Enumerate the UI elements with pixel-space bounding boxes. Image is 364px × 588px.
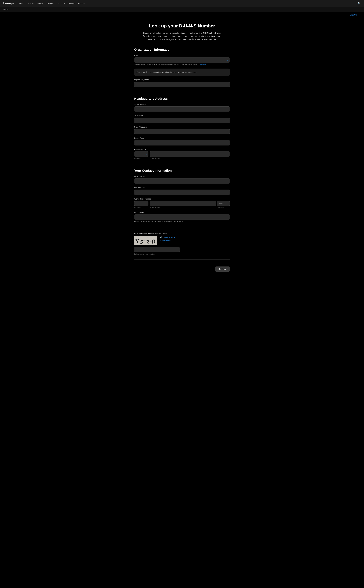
work-phone-intl-select[interactable]	[134, 201, 149, 206]
switch-to-audio-link[interactable]: 🔊 Switch to audio	[160, 236, 175, 238]
nav-news[interactable]: News	[19, 2, 23, 4]
phone-row: ⌄	[134, 151, 230, 157]
work-phone-label: Work Phone Number	[134, 198, 230, 200]
enroll-label: Enroll	[3, 8, 9, 11]
nav-develop[interactable]: Develop	[47, 2, 53, 4]
captcha-label: Enter the characters in the image below.	[134, 232, 230, 234]
state-select[interactable]	[134, 129, 230, 134]
region-select-wrapper: ⌄	[134, 57, 230, 63]
signout-link[interactable]: Sign Out	[350, 14, 357, 16]
work-phone-field-group: Work Phone Number ⌄ Intl. Code Phone Num…	[134, 198, 230, 208]
street-input[interactable]	[134, 106, 230, 112]
postal-field-group: Postal Code	[134, 137, 230, 145]
nav-account[interactable]: Account	[78, 2, 84, 4]
try-another-link[interactable]: ↻ Try another	[160, 239, 175, 242]
phone-number-input[interactable]	[150, 151, 230, 157]
work-phone-row: ⌄	[134, 201, 230, 206]
phone-field-labels: Intl. Code Phone Number	[134, 157, 230, 159]
captcha-svg: Y 5 2 R	[134, 236, 157, 245]
enroll-bar: Enroll	[0, 7, 364, 12]
state-field-group: State / Province ⌄	[134, 126, 230, 134]
work-phone-field-labels: Intl. Code Phone Number Extension	[134, 207, 230, 208]
phone-intl-wrapper: ⌄	[134, 151, 149, 157]
work-email-input[interactable]	[134, 214, 230, 220]
legal-entity-input[interactable]	[134, 82, 230, 87]
nav-developer-label: Developer	[5, 2, 14, 5]
contact-section-title: Your Contact Information	[134, 169, 230, 173]
hq-section-title: Headquarters Address	[134, 97, 230, 101]
city-label: Town / City	[134, 115, 230, 117]
legal-entity-field-group: Legal Entity Name	[134, 79, 230, 87]
state-select-wrapper: ⌄	[134, 129, 230, 134]
legal-entity-label: Legal Entity Name	[134, 79, 230, 81]
main-content: Look up your D-U-N-S Number Before enrol…	[131, 18, 233, 283]
roman-chars-notice: Please use Roman characters, as other ch…	[134, 69, 230, 76]
work-email-hint: Enter a valid email address that uses yo…	[134, 220, 230, 223]
city-field-group: Town / City	[134, 115, 230, 123]
continue-button[interactable]: Continue	[215, 266, 230, 271]
svg-text:5: 5	[140, 239, 143, 245]
nav-design[interactable]: Design	[38, 2, 43, 4]
region-hint-text: The region where your organization is ph…	[134, 64, 198, 65]
nav-discover[interactable]: Discover	[27, 2, 34, 4]
work-email-field-group: Work Email Enter a valid email address t…	[134, 211, 230, 223]
given-name-label: Given Name	[134, 175, 230, 177]
nav-links: News Discover Design Develop Distribute …	[19, 2, 358, 4]
state-label: State / Province	[134, 126, 230, 128]
try-another-label: Try another	[162, 239, 171, 242]
given-name-input[interactable]	[134, 178, 230, 184]
org-section-title: Organization Information	[134, 48, 230, 52]
continue-row: Continue	[134, 264, 230, 271]
apple-icon: 	[3, 2, 4, 5]
work-phone-number-label: Phone Number	[150, 207, 216, 208]
family-name-label: Family Name	[134, 187, 230, 189]
captcha-hint: Letters are not case-sensitive.	[134, 253, 230, 255]
org-section: Organization Information Region ⌄ The re…	[134, 48, 230, 87]
postal-label: Postal Code	[134, 137, 230, 139]
street-label: Street Address	[134, 103, 230, 105]
audio-icon: 🔊	[160, 236, 162, 238]
region-select[interactable]	[134, 57, 230, 63]
family-name-input[interactable]	[134, 190, 230, 195]
nav-support[interactable]: Support	[68, 2, 75, 4]
region-contact-link[interactable]: contact us >	[199, 64, 207, 65]
street-field-group: Street Address	[134, 103, 230, 112]
captcha-section: Enter the characters in the image below.…	[134, 232, 230, 255]
phone-intl-select[interactable]	[134, 151, 149, 157]
region-hint: The region where your organization is ph…	[134, 64, 230, 65]
given-name-field-group: Given Name	[134, 175, 230, 184]
work-phone-number-input[interactable]	[150, 201, 216, 206]
work-intl-code-label: Intl. Code	[134, 207, 149, 208]
work-phone-ext-input[interactable]	[217, 201, 230, 206]
captcha-row: Y 5 2 R 🔊 Switch to audio ↻ Try another	[134, 236, 230, 245]
search-icon[interactable]: 🔍	[358, 2, 361, 5]
page-description: Before enrolling, look up your organizat…	[141, 32, 223, 41]
work-email-label: Work Email	[134, 211, 230, 213]
hq-section: Headquarters Address Street Address Town…	[134, 97, 230, 159]
page-title: Look up your D-U-N-S Number	[134, 23, 230, 29]
intl-code-label: Intl. Code	[134, 157, 149, 159]
region-field-group: Region ⌄ The region where your organizat…	[134, 54, 230, 65]
family-name-field-group: Family Name	[134, 187, 230, 195]
postal-input[interactable]	[134, 140, 230, 145]
captcha-image: Y 5 2 R	[134, 236, 157, 245]
work-phone-intl-wrapper: ⌄	[134, 201, 149, 206]
nav-logo[interactable]:  Developer	[3, 2, 14, 5]
svg-text:Y: Y	[135, 238, 140, 245]
phone-label: Phone Number	[134, 148, 230, 150]
captcha-input[interactable]	[134, 247, 180, 252]
nav-distribute[interactable]: Distribute	[57, 2, 65, 4]
svg-text:R: R	[151, 239, 156, 245]
contact-section: Your Contact Information Given Name Fami…	[134, 169, 230, 223]
captcha-actions: 🔊 Switch to audio ↻ Try another	[160, 236, 175, 242]
refresh-icon: ↻	[160, 239, 161, 242]
switch-audio-label: Switch to audio	[163, 236, 175, 238]
phone-field-group: Phone Number ⌄ Intl. Code Phone Number	[134, 148, 230, 159]
phone-number-label: Phone Number	[150, 157, 230, 159]
navigation:  Developer News Discover Design Develop…	[0, 0, 364, 7]
city-input[interactable]	[134, 118, 230, 123]
signout-bar: Sign Out	[0, 12, 364, 18]
roman-chars-text: Please use Roman characters, as other ch…	[136, 71, 197, 73]
work-extension-label: Extension	[217, 207, 230, 208]
region-label: Region	[134, 54, 230, 57]
